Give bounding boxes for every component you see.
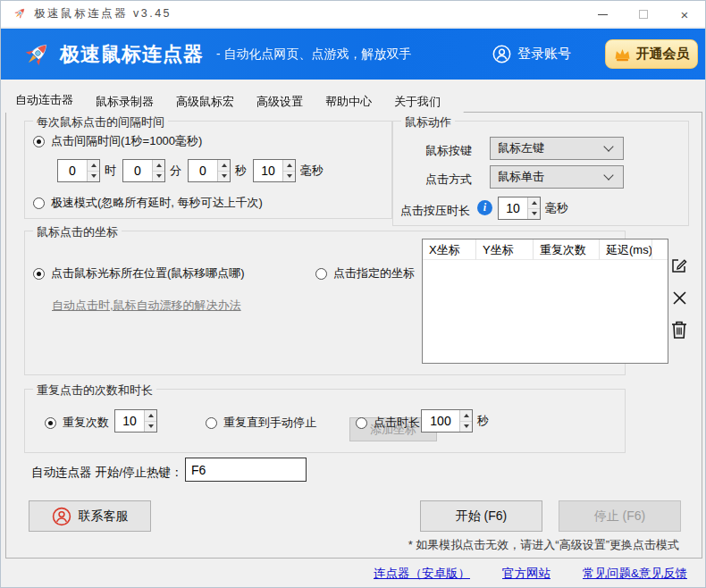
vip-button[interactable]: 开通会员	[605, 39, 698, 69]
radio-icon	[33, 197, 45, 209]
spin-up-icon[interactable]	[460, 410, 472, 422]
radio-click-duration[interactable]: 点击时长	[356, 415, 420, 431]
coordinates-table[interactable]: X坐标 Y坐标 重复次数 延迟(ms)	[422, 239, 668, 364]
repeat-count-stepper[interactable]: 10	[114, 409, 157, 433]
radio-icon	[33, 268, 45, 280]
spin-down-icon[interactable]	[460, 422, 472, 433]
press-duration-label: 点击按压时长	[400, 203, 470, 219]
info-icon[interactable]: i	[477, 200, 492, 215]
mouse-button-select[interactable]: 鼠标左键	[490, 137, 624, 160]
spin-down-icon[interactable]	[88, 172, 99, 182]
repeat-count-value: 10	[115, 410, 144, 432]
radio-repeat-until-stop[interactable]: 重复直到手动停止	[206, 415, 316, 431]
tab-advanced-settings[interactable]: 高级设置	[247, 90, 326, 113]
coordinates-table-header: X坐标 Y坐标 重复次数 延迟(ms)	[423, 239, 668, 260]
column-header-delay[interactable]: 延迟(ms)	[600, 239, 652, 260]
column-header-repeat[interactable]: 重复次数	[534, 239, 600, 260]
radio-interval-time[interactable]: 点击间隔时间(1秒=1000毫秒)	[33, 133, 202, 149]
click-mode-select[interactable]: 鼠标单击	[490, 165, 624, 189]
repeat-group-title: 重复点击的次数和时长	[33, 382, 156, 399]
repeat-group: 重复点击的次数和时长 重复次数 10 重复直到手动停止 点击时长	[24, 389, 626, 453]
spin-down-icon[interactable]	[145, 422, 156, 433]
clear-coordinates-button[interactable]	[669, 320, 689, 340]
app-tagline: - 自动化点网页、点游戏，解放双手	[216, 46, 412, 63]
drift-help-link[interactable]: 自动点击时,鼠标自动漂移的解决办法	[52, 298, 241, 314]
hotkey-input[interactable]	[185, 458, 307, 482]
login-label: 登录账号	[517, 46, 571, 63]
spin-down-icon[interactable]	[218, 172, 230, 182]
minimize-icon	[598, 14, 608, 15]
login-button[interactable]: 登录账号	[492, 45, 571, 63]
minutes-stepper[interactable]: 0	[122, 159, 165, 182]
footer-links: 连点器（安卓版） 官方网站 常见问题&意见反馈	[1, 566, 705, 587]
duration-stepper[interactable]: 100	[421, 409, 473, 433]
radio-until-stop-label: 重复直到手动停止	[223, 415, 316, 431]
rocket-logo-icon	[22, 40, 51, 69]
spin-up-icon[interactable]	[528, 197, 540, 209]
spin-down-icon[interactable]	[283, 172, 295, 182]
titlebar: 极速鼠标连点器 v3.45 ×	[1, 1, 705, 28]
android-version-link[interactable]: 连点器（安卓版）	[374, 566, 470, 587]
radio-turbo-label: 极速模式(忽略所有延时, 每秒可达上千次)	[51, 195, 263, 211]
millis-stepper[interactable]: 10	[253, 159, 296, 182]
edit-coordinate-button[interactable]	[669, 256, 689, 275]
spin-down-icon[interactable]	[153, 172, 164, 182]
radio-icon	[356, 417, 367, 429]
interval-spinners: 0 时 0 分 0 秒 10 毫秒	[57, 159, 330, 182]
radio-icon	[206, 417, 217, 429]
duration-unit: 秒	[477, 413, 489, 429]
stop-label: 停止 (F6)	[594, 508, 646, 525]
tab-label: 鼠标录制器	[96, 95, 154, 108]
stop-button[interactable]: 停止 (F6)	[559, 500, 681, 532]
x-icon	[672, 290, 687, 306]
mouse-button-label: 鼠标按键	[425, 143, 472, 159]
contact-support-button[interactable]: 联系客服	[29, 500, 151, 532]
spin-up-icon[interactable]	[283, 160, 295, 172]
start-button[interactable]: 开始 (F6)	[420, 500, 542, 532]
close-button[interactable]: ×	[664, 1, 705, 28]
spin-up-icon[interactable]	[88, 160, 99, 172]
radio-repeat-count-label: 重复次数	[63, 415, 109, 431]
hotkey-label: 自动连点器 开始/停止热键：	[31, 465, 183, 481]
press-duration-value: 10	[499, 197, 527, 219]
millis-value: 10	[254, 160, 282, 181]
tab-mouse-recorder[interactable]: 鼠标录制器	[86, 90, 177, 113]
tab-label: 帮助中心	[325, 95, 372, 108]
press-duration-stepper[interactable]: 10	[498, 197, 541, 220]
minimize-button[interactable]	[582, 1, 623, 28]
window-title: 极速鼠标连点器 v3.45	[34, 6, 172, 21]
radio-cursor-position[interactable]: 点击鼠标光标所在位置(鼠标移哪点哪)	[33, 265, 245, 281]
radio-repeat-count[interactable]: 重复次数	[45, 415, 109, 431]
tab-about-us[interactable]: 关于我们	[384, 90, 464, 113]
press-duration-unit: 毫秒	[545, 200, 568, 216]
coords-group-title: 鼠标点击的坐标	[33, 224, 122, 240]
support-person-icon	[52, 507, 71, 526]
tab-auto-clicker[interactable]: 自动连击器	[5, 88, 97, 113]
app-name: 极速鼠标连点器	[60, 41, 204, 68]
spin-down-icon[interactable]	[528, 209, 540, 220]
chevron-down-icon	[603, 170, 613, 180]
column-header-y[interactable]: Y坐标	[476, 239, 534, 260]
tab-help-center[interactable]: 帮助中心	[315, 90, 395, 113]
radio-duration-label: 点击时长	[374, 415, 420, 431]
spin-up-icon[interactable]	[145, 410, 156, 422]
tab-label: 高级设置	[256, 95, 303, 108]
column-header-x[interactable]: X坐标	[423, 239, 476, 260]
faq-feedback-link[interactable]: 常见问题&意见反馈	[583, 566, 687, 587]
maximize-button[interactable]	[623, 1, 664, 28]
radio-fixed-coords[interactable]: 点击指定的坐标	[315, 265, 415, 281]
minutes-value: 0	[123, 160, 152, 181]
tab-bar: 自动连击器 鼠标录制器 高级鼠标宏 高级设置 帮助中心 关于我们	[5, 88, 453, 113]
spin-up-icon[interactable]	[153, 160, 164, 172]
tab-advanced-macro[interactable]: 高级鼠标宏	[166, 90, 257, 113]
click-mode-label: 点击方式	[425, 172, 472, 188]
spin-up-icon[interactable]	[218, 160, 230, 172]
radio-icon	[33, 136, 45, 147]
contact-support-label: 联系客服	[79, 508, 129, 525]
seconds-stepper[interactable]: 0	[188, 159, 231, 182]
hours-stepper[interactable]: 0	[57, 159, 100, 182]
remove-coordinate-button[interactable]	[669, 288, 689, 307]
radio-turbo-mode[interactable]: 极速模式(忽略所有延时, 每秒可达上千次)	[33, 195, 263, 211]
official-website-link[interactable]: 官方网站	[502, 566, 551, 587]
interval-group-title: 每次鼠标点击的间隔时间	[33, 114, 168, 130]
